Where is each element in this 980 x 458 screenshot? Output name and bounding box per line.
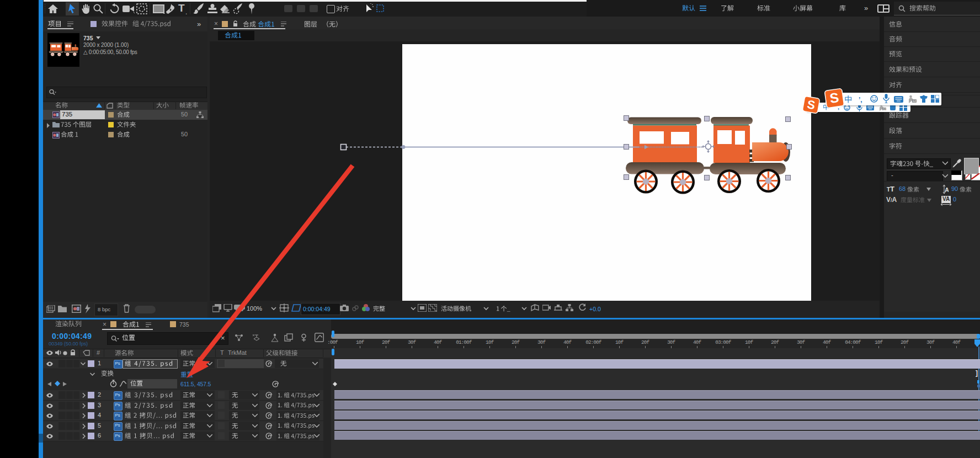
svg-text:12: 12 [883,108,886,111]
svg-text:A: A [945,187,949,193]
svg-text:12: 12 [913,99,916,103]
